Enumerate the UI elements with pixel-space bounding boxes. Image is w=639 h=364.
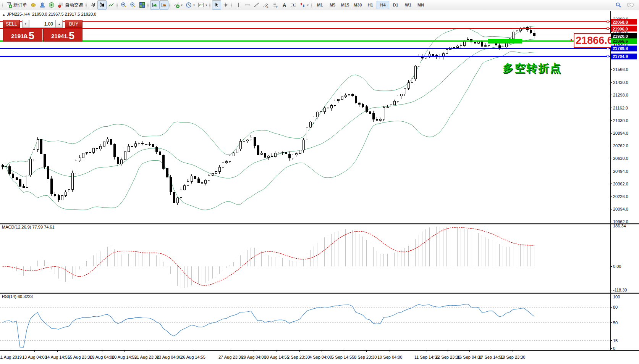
text-icon: A	[281, 2, 287, 8]
chart-shift-button[interactable]	[159, 0, 168, 10]
autoscroll-icon	[152, 2, 158, 8]
new-order-icon	[6, 2, 12, 8]
timeframe-w1-button[interactable]: W1	[402, 1, 414, 9]
chart-canvas[interactable]	[0, 0, 639, 364]
search-button[interactable]	[614, 0, 623, 10]
rsi-indicator-label: RSI(14) 60.3223	[2, 294, 33, 299]
text-button[interactable]: A	[280, 0, 289, 10]
horizontal-line-button[interactable]	[243, 0, 252, 10]
svg-text:T: T	[293, 3, 295, 7]
new-order-button[interactable]: 新订单	[5, 0, 29, 10]
buy-price-box[interactable]: 21941.5	[43, 29, 83, 42]
candlestick-chart-button[interactable]	[97, 0, 107, 10]
axis-label: 20894.0	[613, 131, 628, 135]
time-label: 27 Aug 23:30	[218, 355, 243, 359]
time-label: 14 Aug 14:55	[45, 355, 70, 359]
volume-input[interactable]	[29, 20, 56, 28]
buy-button[interactable]: BUY	[65, 20, 83, 28]
axis-label: 0	[613, 346, 615, 351]
search-icon	[615, 2, 621, 8]
svg-text:F: F	[276, 5, 278, 8]
templates-button[interactable]: ▾	[196, 0, 209, 10]
bar-chart-button[interactable]	[88, 0, 97, 10]
label-icon: T	[290, 2, 296, 8]
vline-icon	[235, 2, 241, 8]
indicators-button[interactable]: ▾	[172, 0, 184, 10]
volume-decrease-button[interactable]: ▾	[22, 20, 29, 28]
axis-label: 20630.0	[613, 156, 628, 161]
auto-trading-button[interactable]: 自动交易	[56, 0, 85, 10]
axis-label: 15	[613, 338, 618, 343]
time-label: 17 Sep 14:55	[479, 355, 503, 359]
timeframe-h4-button[interactable]: H4	[377, 1, 389, 9]
price-level-label: 21866.6	[611, 38, 637, 44]
chevron-down-icon: ▾	[307, 3, 309, 7]
chart-annotation-text[interactable]: 多空转折点	[503, 61, 562, 76]
sell-button[interactable]: SELL	[3, 20, 20, 28]
text-label-button[interactable]: T	[289, 0, 298, 10]
toolbar-grip	[2, 2, 3, 8]
axis-label: -118.39	[613, 288, 627, 292]
sell-price-box[interactable]: 21918.5	[3, 29, 42, 42]
zoom-out-icon	[130, 2, 136, 8]
arrows-icon	[299, 2, 306, 8]
cursor-button[interactable]	[212, 0, 221, 10]
indicators-icon	[173, 2, 180, 8]
line-icon	[108, 2, 114, 8]
toolbar-grip	[209, 2, 210, 8]
auto-trading-button-label: 自动交易	[65, 2, 83, 8]
time-label: 11 Aug 2019	[0, 355, 22, 359]
collapse-panel-arrow[interactable]: ▲	[2, 13, 5, 16]
timeframe-h1-button[interactable]: H1	[364, 1, 377, 9]
fibonacci-button[interactable]: F	[270, 0, 280, 10]
time-label: 23 Aug 04:00	[157, 355, 181, 359]
auto-scroll-button[interactable]	[150, 0, 159, 10]
price-callout-box[interactable]: 21866.6	[574, 33, 615, 48]
equidistant-channel-button[interactable]: E	[261, 0, 270, 10]
volume-increase-button[interactable]: ▴	[56, 20, 63, 28]
toolbar-grip	[169, 2, 170, 8]
time-label: 12 Sep 23:30	[435, 355, 460, 359]
time-label: 18 Sep 23:30	[500, 355, 525, 359]
crosshair-button[interactable]	[221, 0, 230, 10]
arrows-button[interactable]: ▾	[298, 0, 310, 10]
timeframe-m1-button[interactable]: M1	[314, 1, 326, 9]
vertical-line-button[interactable]	[234, 0, 243, 10]
toolbar-grip	[116, 2, 118, 8]
time-label: 13 Aug 04:00	[22, 355, 47, 359]
axis-label: 21566.0	[613, 67, 628, 72]
data-window-button[interactable]	[38, 0, 47, 10]
zoom-in-button[interactable]	[119, 0, 128, 10]
candles-icon	[99, 2, 105, 8]
price-level-label: 21704.9	[611, 53, 637, 59]
axis-label: 20762.0	[613, 143, 628, 148]
clock-icon	[186, 2, 192, 8]
timeframe-m5-button[interactable]: M5	[326, 1, 339, 9]
zoom-out-button[interactable]	[128, 0, 138, 10]
time-label: 21 Aug 23:30	[134, 355, 159, 359]
timeframe-m15-button[interactable]: M15	[339, 1, 351, 9]
line-chart-button[interactable]	[107, 0, 116, 10]
signals-button[interactable]	[47, 0, 56, 10]
autotrade-icon	[58, 2, 64, 8]
symbol-ohlc: 21950.0 21967.5 21917.5 21920.0	[32, 12, 96, 16]
chat-button[interactable]	[625, 0, 636, 10]
periods-button[interactable]: ▾	[184, 0, 196, 10]
tile-icon	[139, 2, 145, 8]
axis-label: 50	[613, 321, 618, 325]
axis-label: 100	[613, 295, 620, 299]
time-label: 19 Aug 04:00	[90, 355, 115, 359]
timeframe-d1-button[interactable]: D1	[389, 1, 402, 9]
crosshair-icon	[223, 2, 229, 8]
zoom-in-icon	[121, 2, 127, 8]
timeframe-m30-button[interactable]: M30	[351, 1, 364, 9]
timeframe-mn-button[interactable]: MN	[414, 1, 427, 9]
hline-icon	[244, 2, 251, 8]
time-label: 8 Sep 23:30	[354, 355, 377, 359]
time-label: 29 Aug 04:00	[241, 355, 266, 359]
symbol-info: ▲JPN225-,H4 21950.0 21967.5 21917.5 2192…	[2, 12, 96, 16]
axis-label: 0.00	[613, 264, 621, 269]
market-watch-button[interactable]	[29, 0, 38, 10]
trendline-button[interactable]	[252, 0, 261, 10]
tile-windows-button[interactable]	[138, 0, 147, 10]
